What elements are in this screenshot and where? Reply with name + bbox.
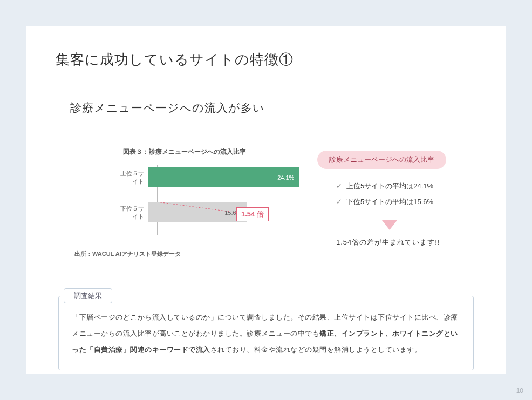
ratio-callout: 1.54 倍 — [236, 207, 269, 221]
chart-title: 図表３：診療メニューページへの流入比率 — [123, 147, 246, 157]
page-title: 集客に成功しているサイトの特徴① — [56, 50, 294, 69]
bar-top: 24.1% — [148, 167, 299, 187]
bar-chart: 上位５サイト 24.1% 下位５サイト 15.6% — [118, 165, 279, 235]
bar-row-top: 上位５サイト 24.1% — [118, 165, 279, 189]
bullet-item: 上位5サイトの平均は24.1% — [336, 179, 433, 194]
findings-text-post: されており、料金や流れなどの疑問を解消しようとしています。 — [210, 345, 422, 354]
title-rule — [53, 76, 479, 76]
chart-source: 出所：WACUL AIアナリスト登録データ — [74, 250, 181, 258]
findings-label: 調査結果 — [64, 288, 112, 303]
arrow-down-icon — [382, 220, 397, 230]
findings-box: 「下層ページのどこから流入しているのか」について調査しました。その結果、上位サイ… — [58, 296, 474, 370]
bar-bottom: 15.6% — [148, 202, 247, 222]
slide: 集客に成功しているサイトの特徴① 診療メニューページへの流入が多い 図表３：診療… — [26, 26, 506, 374]
bullet-item: 下位5サイトの平均は15.6% — [336, 194, 433, 210]
diff-text: 1.54倍の差が生まれています!! — [336, 238, 440, 247]
x-axis — [157, 235, 308, 235]
bar-value: 24.1% — [277, 174, 294, 181]
bar-label: 下位５サイト — [118, 205, 148, 221]
page-number: 10 — [516, 387, 523, 395]
bar-label: 上位５サイト — [118, 170, 148, 186]
summary-bullets: 上位5サイトの平均は24.1% 下位5サイトの平均は15.6% — [336, 179, 433, 209]
subhead: 診療メニューページへの流入が多い — [70, 100, 265, 116]
summary-pill: 診療メニューページへの流入比率 — [317, 151, 446, 169]
